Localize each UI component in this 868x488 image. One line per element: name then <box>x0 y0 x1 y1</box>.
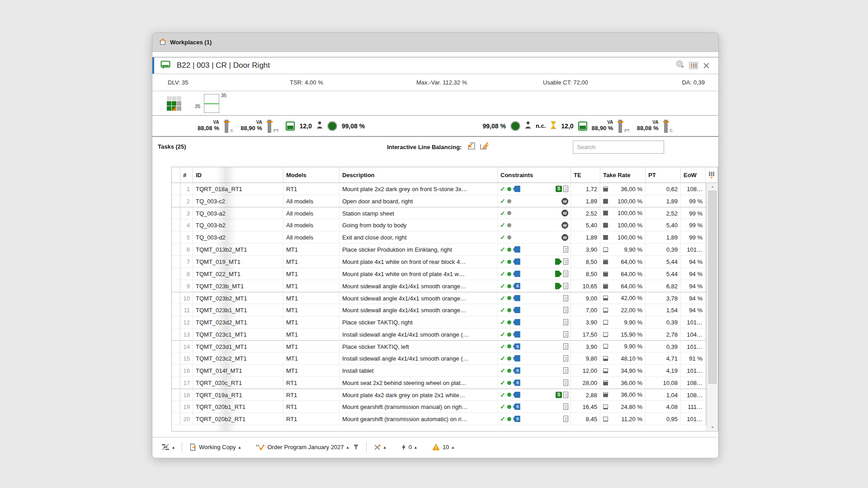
row-select-cell[interactable] <box>172 183 180 195</box>
take-rate-fill-icon <box>603 344 608 349</box>
cell-take-rate: 36,00 % <box>600 389 646 401</box>
scroll-down-icon[interactable]: ▾ <box>707 424 718 431</box>
warnings-button[interactable]: 10 ▴ <box>432 444 454 450</box>
working-copy-button[interactable]: Working Copy ▴ <box>189 443 241 451</box>
row-select-cell[interactable] <box>172 377 180 389</box>
document-icon <box>563 283 568 289</box>
status-dot-icon <box>507 393 511 397</box>
cell-take-rate: 34,90 % <box>600 365 646 377</box>
working-copy-label: Working Copy <box>199 444 236 450</box>
col-header-pt[interactable]: PT <box>646 167 681 183</box>
constraint-right-icons <box>556 392 571 398</box>
row-select-cell[interactable] <box>172 413 180 425</box>
va-c-block: VA 88,08 % <box>637 120 659 131</box>
balancing-move-icon[interactable] <box>466 141 476 152</box>
va-value: 88,90 % <box>241 125 262 132</box>
panel-header: B22 | 003 | CR | Door Right × <box>152 57 718 74</box>
tools-button[interactable]: ▴ <box>374 444 386 450</box>
row-select-cell[interactable] <box>172 207 180 219</box>
row-select-cell[interactable] <box>172 244 180 256</box>
kpi-group-right: 99,08 % n.c. <box>483 116 675 136</box>
check-icon <box>500 416 505 422</box>
col-header-te[interactable]: TE <box>571 167 600 183</box>
cell-eow: 94 % <box>681 304 706 316</box>
check-icon <box>500 392 505 398</box>
row-select-cell[interactable] <box>172 389 180 401</box>
check-icon <box>500 295 505 301</box>
take-rate-value: 9,90 % <box>624 244 642 256</box>
cell-take-rate: 42,00 % <box>600 292 646 304</box>
cell-task-id: TQMT_019_MT1 <box>193 256 283 268</box>
balancing-edit-icon[interactable] <box>479 141 489 152</box>
cell-take-rate: 24,80 % <box>600 401 646 413</box>
cell-row-number: 9 <box>180 280 193 292</box>
row-select-cell[interactable] <box>172 340 180 352</box>
row-select-cell[interactable] <box>172 401 180 413</box>
window-tab-bar: Workplaces (1) <box>152 33 718 52</box>
va-value: 88,08 % <box>198 125 219 132</box>
constraint-tag-icon <box>513 246 520 253</box>
col-header-take-rate[interactable]: Take Rate <box>600 167 646 183</box>
row-select-cell[interactable] <box>172 328 180 341</box>
col-header-num[interactable]: # <box>180 167 193 183</box>
cell-te: 12,00 <box>571 365 600 377</box>
col-header-id[interactable]: ID <box>193 167 283 183</box>
col-header-description[interactable]: Description <box>340 167 498 183</box>
scroll-up-icon[interactable]: ▴ <box>707 183 718 190</box>
column-settings-icon[interactable] <box>689 62 698 69</box>
cell-pt: 5,44 <box>646 268 681 280</box>
vertical-scrollbar[interactable]: ▴ ▾ <box>707 183 718 431</box>
events-button[interactable]: 0 ▴ <box>401 444 417 450</box>
efficiency-circle-icon <box>327 121 337 131</box>
row-select-cell[interactable] <box>172 219 180 231</box>
cell-eow: 94 % <box>681 268 706 280</box>
cell-te: 1,89 <box>571 231 600 244</box>
cell-eow: 94 % <box>681 280 706 292</box>
cell-constraints <box>498 280 571 292</box>
add-column-icon[interactable] <box>706 167 717 183</box>
tab-workplaces[interactable]: Workplaces (1) <box>159 38 212 47</box>
take-rate-value: 64,00 % <box>621 268 642 280</box>
row-select-cell[interactable] <box>172 365 180 377</box>
order-program-button[interactable]: Order Program January 2027 ▴ <box>256 444 349 450</box>
row-select-cell[interactable] <box>172 256 180 268</box>
row-select-cell[interactable] <box>172 268 180 280</box>
filter-button[interactable] <box>353 444 359 450</box>
col-header-eow[interactable]: EoW <box>681 167 706 183</box>
take-rate-fill-icon <box>603 320 608 325</box>
cell-te: 8,50 <box>571 268 600 280</box>
model-mix-grid-icon[interactable] <box>167 96 181 111</box>
va-sub: PT <box>624 128 630 133</box>
close-icon[interactable]: × <box>702 61 710 70</box>
cell-te: 28,00 <box>571 377 600 389</box>
locate-icon[interactable] <box>676 60 685 71</box>
capacity-mini-chart[interactable] <box>204 94 219 113</box>
cell-take-rate: 64,00 % <box>600 280 646 292</box>
search-input[interactable] <box>573 141 664 154</box>
row-select-cell[interactable] <box>172 352 180 365</box>
row-select-cell[interactable] <box>172 231 180 244</box>
cell-constraints <box>498 183 571 195</box>
row-select-cell[interactable] <box>172 292 180 304</box>
scrollbar-thumb[interactable] <box>708 191 717 384</box>
view-mode-button[interactable]: ▴ <box>161 444 175 450</box>
cell-model: MT1 <box>283 365 340 377</box>
take-rate-value: 9,90 % <box>624 316 642 328</box>
row-select-cell[interactable] <box>172 280 180 292</box>
filter-icon <box>353 444 359 450</box>
row-select-cell[interactable] <box>172 316 180 328</box>
row-select-cell[interactable] <box>172 304 180 316</box>
cell-constraints <box>498 219 571 231</box>
gantt-icon <box>161 444 170 450</box>
cell-task-id: TQMT_023b1_MT1 <box>193 304 283 316</box>
caret-up-icon: ▴ <box>415 445 417 450</box>
row-select-cell[interactable] <box>172 195 180 207</box>
document-icon <box>563 416 568 422</box>
cell-description: Mount gearshift (transmission manual) on… <box>340 401 498 413</box>
col-header-constraints[interactable]: Constraints <box>498 167 571 183</box>
cell-eow: 101… <box>681 340 706 352</box>
col-header-models[interactable]: Models <box>283 167 340 183</box>
cell-description: Mount seat 2x2 behind steering wheel on … <box>340 377 498 389</box>
cell-take-rate: 9,90 % <box>600 244 646 256</box>
stat-da: DA: 0,39 <box>682 79 705 86</box>
